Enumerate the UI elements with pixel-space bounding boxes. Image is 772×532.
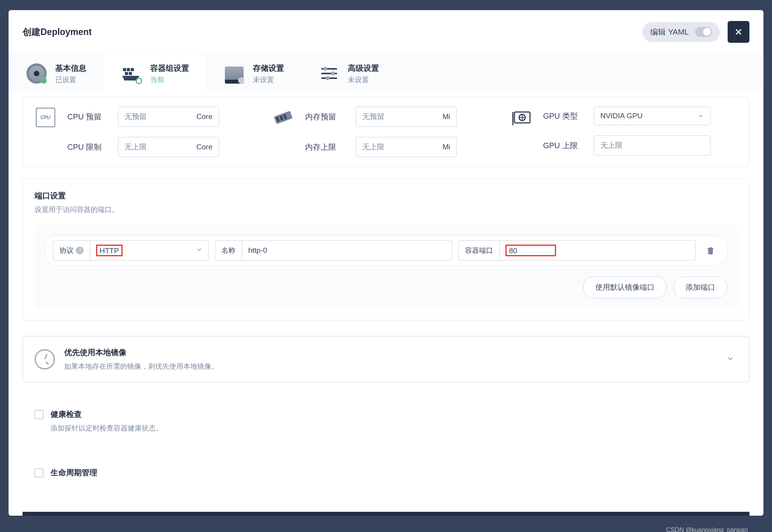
tab-label: 基本信息 [55,63,86,74]
container-port-input[interactable]: 容器端口 80 [458,240,696,261]
chevron-down-icon [698,113,704,119]
gpu-type-select[interactable]: NVIDIA GPU [594,107,711,125]
footer-bar [23,512,749,516]
tab-advanced[interactable]: 高级设置未设置 [301,54,396,93]
close-icon [733,27,744,37]
use-default-port-button[interactable]: 使用默认镜像端口 [583,276,667,298]
tab-status: 未设置 [348,75,379,84]
port-name-input[interactable]: 名称 http-0 [215,240,452,261]
chevron-down-icon [726,355,734,362]
cpu-reserve-label: CPU 预留 [67,112,110,122]
tab-status: 未设置 [253,75,284,84]
ring-badge-icon [135,77,142,84]
svg-point-5 [136,78,142,84]
memory-limit-label: 内存上限 [305,142,348,152]
prefer-local-subtitle: 如果本地存在所需的镜像，则优先使用本地镜像。 [64,362,714,371]
memory-icon [272,107,294,128]
svg-rect-0 [123,68,126,71]
health-check-card: 健康检查 添加探针以定时检查容器健康状态。 [23,398,749,437]
tab-label: 存储设置 [253,63,284,74]
lifecycle-card: 生命周期管理 [23,456,749,482]
svg-point-7 [323,67,327,71]
clock-icon [35,349,55,369]
prefer-local-title: 优先使用本地镜像 [64,347,714,358]
port-settings-card: 端口设置 设置用于访问容器的端口。 协议? HTTP 名称 http-0 [23,178,749,320]
wizard-tabs: 基本信息已设置 容器组设置当前 存储设置未设置 高级设置未设置 [9,54,763,93]
svg-rect-2 [131,68,134,71]
tab-basic-info[interactable]: 基本信息已设置 [9,54,104,93]
cpu-limit-label: CPU 限制 [67,142,110,152]
watermark: CSDN @kuangxiang_panpan [666,527,748,532]
memory-limit-input[interactable]: 无上限Mi [356,137,457,157]
modal-header: 创建Deployment 编辑 YAML [9,10,763,54]
gpu-limit-label: GPU 上限 [543,140,586,151]
tab-pod-settings[interactable]: 容器组设置当前 [104,54,206,93]
svg-point-9 [331,72,335,75]
port-row: 协议? HTTP 名称 http-0 容器端口 80 [45,235,727,266]
lifecycle-checkbox[interactable] [34,468,44,478]
gpu-limit-input[interactable]: 无上限 [594,135,711,156]
close-button[interactable] [728,21,749,43]
cpu-chip-icon: CPU [36,108,55,127]
health-check-subtitle: 添加探针以定时检查容器健康状态。 [51,424,738,433]
health-check-checkbox[interactable] [34,410,44,419]
container-port-value: 80 [505,245,556,256]
resource-limits-card: CPU CPU 预留 无预留Core CPU 限制 无上限Core 内存预留 无… [23,97,749,167]
toggle-switch-icon [695,27,712,37]
tab-storage[interactable]: 存储设置未设置 [206,54,301,93]
svg-rect-3 [125,72,128,75]
svg-rect-4 [129,72,132,75]
sliders-icon [320,66,339,81]
ports-subtitle: 设置用于访问容器的端口。 [35,205,737,214]
ports-title: 端口设置 [35,191,737,201]
protocol-select[interactable]: 协议? HTTP [53,240,209,261]
status-badge-dot [238,77,244,84]
health-check-title: 健康检查 [51,409,82,420]
tab-label: 容器组设置 [150,63,189,74]
memory-reserve-input[interactable]: 无预留Mi [356,107,457,127]
delete-port-button[interactable] [702,242,719,259]
yaml-toggle-label: 编辑 YAML [650,27,689,37]
lifecycle-title: 生命周期管理 [51,467,97,478]
prefer-local-image-card[interactable]: 优先使用本地镜像 如果本地存在所需的镜像，则优先使用本地镜像。 [23,336,749,382]
gpu-type-label: GPU 类型 [543,111,586,121]
memory-reserve-label: 内存预留 [305,112,348,122]
tab-label: 高级设置 [348,63,379,74]
modal-title: 创建Deployment [23,26,92,38]
protocol-value: HTTP [96,245,123,256]
cpu-limit-input[interactable]: 无上限Core [118,137,219,157]
svg-point-11 [326,76,330,80]
tab-status: 已设置 [55,75,86,84]
status-badge-dot [40,77,47,84]
edit-yaml-toggle[interactable]: 编辑 YAML [642,22,720,42]
chevron-down-icon [196,246,203,253]
port-name-value: http-0 [242,246,452,255]
add-port-button[interactable]: 添加端口 [674,276,727,298]
cpu-reserve-input[interactable]: 无预留Core [118,107,219,127]
gpu-icon [511,107,532,128]
tab-status: 当前 [150,75,189,84]
svg-rect-1 [127,68,130,71]
create-deployment-modal: 创建Deployment 编辑 YAML 基本信息已设置 容器组设置当前 存储设 [9,10,763,516]
trash-icon [706,246,715,255]
help-icon[interactable]: ? [76,247,84,254]
